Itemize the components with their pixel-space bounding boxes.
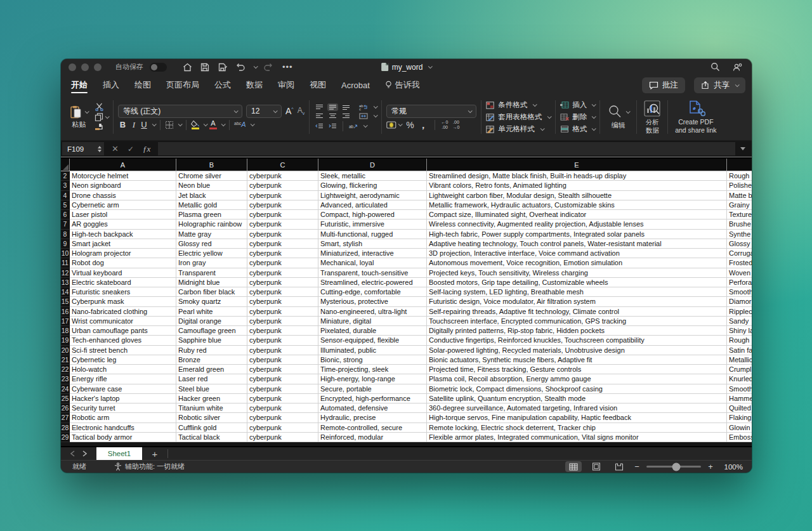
expand-formula-bar-icon[interactable] [740,147,745,150]
cell[interactable]: Cyberpunk mask [70,297,176,306]
increase-decimal-button[interactable]: ←0 .00 [442,120,449,129]
cell[interactable]: Urban camouflage pants [70,326,176,336]
number-format-select[interactable]: 常规 [386,105,476,118]
zoom-in-button[interactable]: + [707,462,714,471]
cell[interactable]: Knurled [727,374,752,384]
cell[interactable]: cyberpunk [247,365,318,374]
zoom-slider[interactable] [646,466,701,468]
cell[interactable]: Sapphire blue [176,336,247,345]
normal-view-button[interactable] [565,461,582,472]
row-header[interactable]: 20 [61,346,70,355]
cell[interactable]: Self-lacing system, LED lighting, Breath… [427,287,727,297]
cell[interactable]: Hacker green [176,394,247,403]
borders-chevron-icon[interactable] [178,122,183,126]
cell[interactable]: cyberpunk [247,210,318,220]
cell[interactable]: Nano-engineered, ultra-light [318,307,427,317]
cut-button[interactable] [95,103,108,111]
cell[interactable]: Frosted [727,258,752,268]
cell[interactable]: Conductive fingertips, Reinforced knuckl… [427,336,727,345]
font-name-select[interactable]: 等线 (正文) [118,105,242,118]
cell[interactable]: Hacker's laptop [70,394,176,403]
cell[interactable]: Plasma coil, Recoil absorption, Energy a… [427,374,727,384]
cell[interactable]: Crumpl [727,365,752,374]
cell[interactable]: Wireless connectivity, Augmented reality… [427,220,727,229]
row-header[interactable]: 25 [61,394,70,403]
next-sheet-icon[interactable] [82,450,88,457]
cell[interactable]: Metallic [727,355,752,365]
orientation-chevron-icon[interactable] [363,123,368,128]
cell[interactable]: Lightweight, aerodynamic [318,191,427,200]
cell[interactable]: Midnight blue [176,278,247,287]
share-people-icon[interactable] [731,62,744,73]
cell[interactable]: Transparent [176,268,247,278]
cell[interactable]: Miniaturized, interactive [318,249,427,258]
cell[interactable]: Emboss [727,433,752,442]
cell[interactable]: Autonomous movement, Voice recognition, … [427,258,727,268]
format-as-table-button[interactable]: 套用表格格式 [486,112,551,122]
column-header-B[interactable]: B [176,159,247,171]
underline-button[interactable]: U [140,120,148,129]
cell[interactable]: Matte gray [176,230,247,239]
cell[interactable]: Sandy [727,317,752,326]
cell[interactable]: Smoky quartz [176,297,247,306]
accounting-format-button[interactable] [386,121,402,129]
cell[interactable]: Futuristic sneakers [70,287,176,297]
cell[interactable]: cyberpunk [247,258,318,268]
row-header[interactable]: 19 [61,336,70,345]
cell[interactable]: Remote-controlled, secure [318,423,427,433]
cell[interactable]: High-torque servos, Fine manipulation ca… [427,413,727,423]
font-size-select[interactable]: 12 [246,105,282,118]
formula-input[interactable] [158,142,735,155]
italic-button[interactable]: I [130,120,138,130]
cell[interactable]: cyberpunk [247,249,318,258]
cell[interactable]: Sleek, metallic [318,171,427,181]
cell[interactable]: Tech-enhanced gloves [70,336,176,345]
cell[interactable]: cyberpunk [247,403,318,413]
cell[interactable]: Biometric lock, Compact dimensions, Shoc… [427,384,727,394]
tab-view[interactable]: 视图 [310,75,326,95]
row-header[interactable]: 17 [61,317,70,326]
cell[interactable]: cyberpunk [247,394,318,403]
cell[interactable]: Advanced, articulated [318,200,427,210]
cell[interactable]: Woven [727,268,752,278]
cell[interactable]: Smart, stylish [318,239,427,249]
align-bottom-button[interactable] [341,103,351,111]
cell[interactable]: Glossy [727,239,752,249]
row-header[interactable]: 24 [61,384,70,394]
undo-chevron-icon[interactable] [254,64,258,69]
cell[interactable]: Shiny la [727,326,752,336]
cell[interactable]: Perfora [727,278,752,287]
cell[interactable]: Laser red [176,374,247,384]
cell[interactable]: Metallic framework, Hydraulic actuators,… [427,200,727,210]
row-header[interactable]: 15 [61,297,70,306]
autosave-toggle[interactable] [150,63,167,72]
merge-chevron-icon[interactable] [374,113,378,117]
underline-chevron-icon[interactable] [152,122,157,126]
decrease-indent-button[interactable] [314,122,325,130]
cell[interactable]: cyberpunk [247,346,318,355]
cell[interactable]: Electronic handcuffs [70,423,176,433]
cell[interactable]: Texture [727,210,752,220]
save-as-icon[interactable] [216,62,229,73]
format-painter-button[interactable] [95,123,108,131]
cell[interactable]: cyberpunk [247,268,318,278]
cell[interactable]: Solar-powered lighting, Recycled materia… [427,346,727,355]
tab-tell-me[interactable]: 告诉我 [385,75,420,95]
cell[interactable]: Quilted [727,403,752,413]
cell[interactable]: Iron gray [176,258,247,268]
cell[interactable]: Ruby red [176,346,247,355]
cell[interactable]: Bionic actuators, Synthetic muscle fiber… [427,355,727,365]
page-layout-view-button[interactable] [588,461,605,472]
align-middle-button[interactable] [327,103,338,111]
comments-button[interactable]: 批注 [642,77,685,93]
cell[interactable]: cyberpunk [247,374,318,384]
cell[interactable]: Laser pistol [70,210,176,220]
analyze-data-button[interactable]: 分析 数据 [641,98,663,136]
column-header-A[interactable]: A [70,159,176,171]
cell[interactable]: Adaptive heating technology, Touch contr… [427,239,727,249]
cell[interactable]: Cybernetic leg [70,355,176,365]
name-box-spinner[interactable] [98,146,102,152]
tab-draw[interactable]: 绘图 [134,75,151,95]
cell[interactable]: Glowin [727,423,752,433]
cell[interactable]: Brushe [727,220,752,229]
